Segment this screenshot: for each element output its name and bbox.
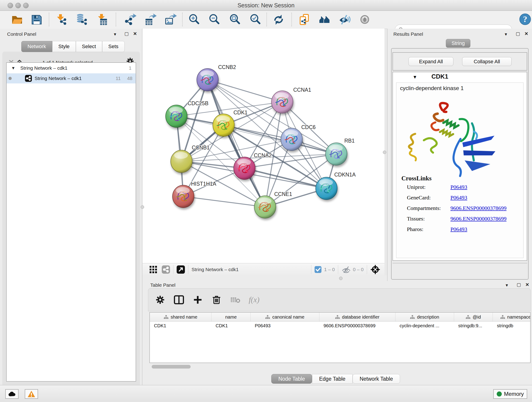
- table-header-row[interactable]: shared namenamecanonical namedatabase id…: [150, 313, 530, 322]
- network-node-HIST1H1A[interactable]: HIST1H1A: [172, 181, 216, 208]
- crosslink-row: GeneCard: P06493: [407, 195, 521, 205]
- network-status-dot: [8, 77, 12, 80]
- open-session-icon[interactable]: [11, 13, 23, 26]
- export-network-icon[interactable]: [123, 13, 136, 26]
- control-panel-title: Control Panel: [7, 32, 36, 37]
- network-share-view-icon[interactable]: [162, 265, 170, 274]
- results-panel-float-icon[interactable]: ▢: [516, 32, 520, 36]
- table-settings-gear-icon[interactable]: [153, 293, 167, 307]
- column-header-canonical-name[interactable]: canonical name: [251, 313, 319, 321]
- detach-view-icon[interactable]: [177, 265, 185, 274]
- tab-network-table[interactable]: Network Table: [353, 374, 400, 384]
- table-panel-float-icon[interactable]: ▢: [517, 282, 521, 287]
- import-table-icon[interactable]: [95, 13, 108, 26]
- left-splitter-handle-icon[interactable]: [141, 205, 144, 209]
- right-splitter-handle-icon[interactable]: [383, 151, 386, 154]
- network-node-CDKN1A[interactable]: CDKN1A: [316, 172, 356, 200]
- tab-string[interactable]: String: [446, 39, 470, 48]
- network-canvas[interactable]: CCNB2 CCNA1 CDC25B CDK1 CDC6: [143, 29, 385, 263]
- zoom-fit-icon[interactable]: [229, 13, 241, 26]
- export-table-icon[interactable]: [144, 13, 157, 26]
- control-panel-close-icon[interactable]: ✕: [133, 32, 137, 36]
- network-node-CDK1[interactable]: CDK1: [213, 109, 247, 136]
- table-cell: P06493: [251, 322, 319, 330]
- control-panel-float-icon[interactable]: ▢: [124, 32, 129, 36]
- svg-text:CDC25B: CDC25B: [188, 100, 209, 106]
- crosslink-link[interactable]: 9606.ENSP00000378699: [450, 216, 507, 222]
- crosslink-row: Pharos: P06493: [407, 226, 521, 237]
- crosslink-link[interactable]: 9606.ENSP00000378699: [450, 205, 507, 211]
- crosslink-link[interactable]: P06493: [450, 195, 467, 201]
- collection-collapse-icon[interactable]: ▼: [11, 66, 15, 70]
- tab-sets[interactable]: Sets: [102, 41, 125, 52]
- results-panel-menu-icon[interactable]: ▾: [505, 32, 507, 36]
- delete-column-icon[interactable]: [210, 293, 223, 307]
- zoom-in-icon[interactable]: [188, 13, 201, 26]
- show-columns-icon[interactable]: [172, 293, 186, 307]
- table-panel-close-icon[interactable]: ✕: [525, 282, 529, 287]
- hide-glasses-icon[interactable]: [338, 13, 351, 26]
- crosslink-label: GeneCard:: [407, 195, 450, 201]
- table-panel-menu-icon[interactable]: ▾: [506, 283, 508, 287]
- warning-status-button[interactable]: [25, 389, 38, 399]
- network-node-CCNB1[interactable]: CCNB1: [171, 145, 210, 172]
- birdseye-crosshair-icon[interactable]: [370, 264, 380, 274]
- control-panel-menu-icon[interactable]: ▾: [114, 32, 116, 36]
- export-image-icon[interactable]: [164, 13, 177, 26]
- column-header-shared-name[interactable]: shared name: [150, 313, 211, 321]
- network-node-count: 11: [116, 76, 121, 81]
- network-row-selected[interactable]: String Network – cdk1 11 48: [7, 73, 136, 83]
- tab-edge-table[interactable]: Edge Table: [312, 374, 353, 384]
- column-header--id[interactable]: @id: [454, 313, 493, 321]
- grid-view-icon[interactable]: [149, 266, 157, 274]
- entry-collapse-icon[interactable]: ▼: [413, 75, 417, 80]
- title-bar: Session: New Session: [0, 0, 532, 11]
- cloud-status-button[interactable]: [5, 389, 19, 399]
- tab-node-table[interactable]: Node Table: [271, 374, 312, 384]
- node-table[interactable]: shared namenamecanonical namedatabase id…: [149, 312, 531, 363]
- crosslink-row: Compartments: 9606.ENSP00000378699: [407, 205, 521, 216]
- splitter-handle-icon[interactable]: [339, 277, 342, 280]
- import-database-icon[interactable]: [75, 13, 88, 26]
- column-header-description[interactable]: description: [395, 313, 454, 321]
- crosslink-link[interactable]: P06493: [450, 184, 467, 190]
- collapse-all-button[interactable]: Collapse All: [462, 57, 512, 66]
- network-node-CCNB2[interactable]: CCNB2: [197, 64, 236, 91]
- network-edge[interactable]: [208, 80, 282, 102]
- network-collection-row[interactable]: ▼ String Network – cdk1 1: [7, 63, 136, 73]
- add-column-icon[interactable]: [191, 293, 205, 307]
- table-cell: stringdb: [493, 322, 531, 330]
- svg-text:CCNA1: CCNA1: [293, 87, 311, 93]
- column-header-name[interactable]: name: [211, 313, 251, 321]
- network-share-icon: [25, 75, 32, 82]
- help-icon[interactable]: ?: [519, 13, 532, 26]
- selected-checkbox-icon[interactable]: [315, 266, 322, 273]
- crosslink-label: Compartments:: [407, 205, 450, 211]
- column-header-database-identifier[interactable]: database identifier: [319, 313, 395, 321]
- import-network-icon[interactable]: [55, 13, 68, 26]
- table-row[interactable]: CDK1CDK1P064939606.ENSP00000378699cyclin…: [150, 322, 530, 330]
- memory-button[interactable]: Memory: [493, 389, 527, 399]
- svg-text:?: ?: [523, 15, 527, 24]
- tab-network[interactable]: Network: [21, 41, 52, 52]
- network-edge[interactable]: [208, 80, 265, 207]
- expand-all-button[interactable]: Expand All: [409, 57, 453, 66]
- inspector-sphere-icon[interactable]: [359, 13, 372, 26]
- network-edge[interactable]: [183, 196, 265, 207]
- network-node-CCNA1[interactable]: CCNA1: [272, 87, 311, 113]
- tab-style[interactable]: Style: [52, 41, 76, 52]
- refresh-layout-icon[interactable]: [272, 13, 285, 26]
- clone-network-icon[interactable]: [298, 13, 311, 26]
- zoom-out-icon[interactable]: [208, 13, 221, 26]
- crosslink-link[interactable]: P06493: [450, 226, 467, 232]
- save-session-icon[interactable]: [30, 13, 43, 26]
- network-node-RB1[interactable]: RB1: [326, 138, 355, 165]
- results-panel-close-icon[interactable]: ✕: [525, 32, 528, 36]
- column-header-namespace[interactable]: namespace: [493, 313, 531, 321]
- zoom-selected-icon[interactable]: [249, 13, 262, 26]
- string-homes-icon[interactable]: [318, 13, 331, 26]
- tab-select[interactable]: Select: [76, 41, 102, 52]
- table-tabs: Node TableEdge TableNetwork Table: [271, 374, 400, 384]
- network-node-CDC6[interactable]: CDC6: [281, 124, 316, 151]
- table-hscrollbar[interactable]: [152, 365, 191, 369]
